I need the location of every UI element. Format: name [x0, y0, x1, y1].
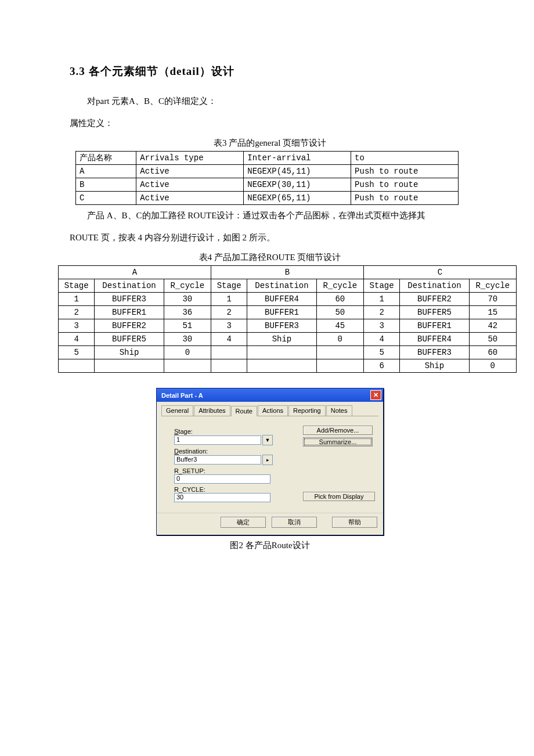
table3-head-arrivals: Arrivals type — [136, 152, 244, 165]
cell: 3 — [211, 319, 247, 333]
cell: 4 — [211, 333, 247, 346]
tab-reporting[interactable]: Reporting — [288, 405, 326, 416]
cell: 3 — [363, 319, 399, 333]
cell: 36 — [164, 306, 211, 319]
tab-notes[interactable]: Notes — [326, 405, 352, 416]
cell: BUFFER3 — [247, 319, 316, 333]
cell: Active — [136, 178, 244, 192]
cell: NEGEXP(45,11) — [244, 165, 351, 178]
cell: 4 — [363, 333, 399, 346]
cell: A — [76, 165, 136, 178]
cell: Push to route — [351, 192, 459, 205]
cell: 4 — [59, 333, 95, 346]
cell: R_cycle — [469, 279, 516, 293]
detail-part-dialog: Detail Part - A ✕ General Attributes Rou… — [156, 388, 384, 535]
table3-head-to: to — [351, 152, 459, 165]
cell: 6 — [363, 359, 399, 373]
table-row: 4BUFFER530 4Ship0 4BUFFER450 — [59, 333, 517, 346]
summarize-button[interactable]: Summarize... — [303, 437, 373, 447]
table3-head-interarrival: Inter-arrival — [244, 152, 351, 165]
cell: BUFFER1 — [95, 306, 164, 319]
tab-general[interactable]: General — [161, 405, 193, 416]
help-button[interactable]: 帮助 — [332, 517, 377, 528]
cell: NEGEXP(65,11) — [244, 192, 351, 205]
cell — [247, 359, 316, 373]
cell: Active — [136, 192, 244, 205]
ok-button[interactable]: 确定 — [221, 517, 266, 528]
cell: BUFFER5 — [400, 306, 469, 319]
cell: BUFFER4 — [247, 293, 316, 306]
cell: Stage — [59, 279, 95, 293]
cell: 50 — [316, 306, 363, 319]
dropdown-icon[interactable]: ▼ — [262, 435, 273, 445]
cell: 3 — [59, 319, 95, 333]
cell: 30 — [164, 293, 211, 306]
table-row: B Active NEGEXP(30,11) Push to route — [76, 178, 459, 192]
cell: R_cycle — [316, 279, 363, 293]
cell: 1 — [363, 293, 399, 306]
intro-line-2: 属性定义： — [70, 116, 470, 131]
cell: 2 — [363, 306, 399, 319]
destination-picker-icon[interactable]: ▸ — [262, 455, 273, 465]
cell: 45 — [316, 319, 363, 333]
close-icon[interactable]: ✕ — [370, 390, 381, 400]
cell: 5 — [59, 346, 95, 359]
cell: Push to route — [351, 178, 459, 192]
pick-from-display-button[interactable]: Pick from Display — [303, 492, 375, 501]
cell: 51 — [164, 319, 211, 333]
destination-input[interactable]: Buffer3 — [174, 455, 261, 465]
cell: Ship — [247, 333, 316, 346]
cell: 15 — [469, 306, 516, 319]
table-row: 2BUFFER136 2BUFFER150 2BUFFER515 — [59, 306, 517, 319]
rcycle-input[interactable]: 30 — [174, 493, 270, 502]
cell: Ship — [400, 359, 469, 373]
cell: B — [76, 178, 136, 192]
table-row: 1BUFFER330 1BUFFER460 1BUFFER270 — [59, 293, 517, 306]
section-heading: 3.3 各个元素细节（detail）设计 — [70, 64, 470, 79]
table-row: 3BUFFER251 3BUFFER345 3BUFFER142 — [59, 319, 517, 333]
cell: 30 — [164, 333, 211, 346]
route-para-line1: 产品 A、B、C的加工路径 ROUTE设计：通过双击各个产品图标，在弹出式页框中… — [70, 208, 470, 224]
dialog-title: Detail Part - A — [161, 392, 203, 399]
add-remove-button[interactable]: Add/Remove... — [303, 426, 373, 435]
table-row: 6Ship0 — [59, 359, 517, 373]
tab-actions[interactable]: Actions — [258, 405, 288, 416]
rsetup-input[interactable]: 0 — [174, 474, 270, 484]
cell: BUFFER4 — [400, 333, 469, 346]
cell — [316, 346, 363, 359]
cell: BUFFER3 — [95, 293, 164, 306]
cell: 2 — [211, 306, 247, 319]
label-destination: Destination: — [174, 448, 283, 455]
cell: BUFFER2 — [95, 319, 164, 333]
intro-line-1: 对part 元素A、B、C的详细定义： — [70, 94, 470, 109]
cell: 0 — [316, 333, 363, 346]
cell: NEGEXP(30,11) — [244, 178, 351, 192]
tab-attributes[interactable]: Attributes — [194, 405, 230, 416]
table3-head-name: 产品名称 — [76, 152, 136, 165]
cell: Stage — [363, 279, 399, 293]
cell: Destination — [247, 279, 316, 293]
cell: BUFFER1 — [400, 319, 469, 333]
cell: 5 — [363, 346, 399, 359]
table4-group-a: A — [59, 266, 211, 279]
cell: R_cycle — [164, 279, 211, 293]
cell: BUFFER2 — [400, 293, 469, 306]
cell: 70 — [469, 293, 516, 306]
cell — [211, 359, 247, 373]
cell: 1 — [59, 293, 95, 306]
cell: 42 — [469, 319, 516, 333]
table4-caption: 表4 产品加工路径ROUTE 页细节设计 — [70, 252, 470, 263]
cancel-button[interactable]: 取消 — [272, 517, 317, 528]
cell: Push to route — [351, 165, 459, 178]
cell: BUFFER3 — [400, 346, 469, 359]
stage-input[interactable]: 1 — [174, 435, 261, 445]
cell — [211, 346, 247, 359]
cell — [316, 359, 363, 373]
tab-route[interactable]: Route — [231, 406, 257, 416]
label-rsetup: R_SETUP: — [174, 467, 283, 474]
cell: 1 — [211, 293, 247, 306]
cell — [164, 359, 211, 373]
table3-caption: 表3 产品的general 页细节设计 — [70, 138, 470, 149]
cell: 60 — [469, 346, 516, 359]
table4-group-b: B — [211, 266, 363, 279]
